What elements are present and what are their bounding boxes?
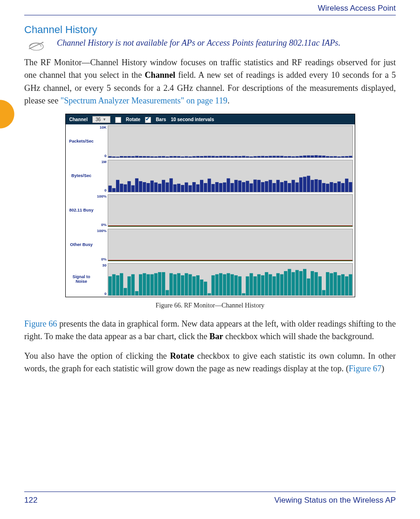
figure-toolbar: Channel 36 ▼ Rotate Bars 10 second inter… — [66, 114, 355, 124]
svg-rect-129 — [349, 182, 352, 192]
svg-rect-108 — [269, 180, 272, 192]
svg-rect-20 — [177, 156, 180, 157]
svg-rect-154 — [200, 280, 203, 295]
channel-label: Channel — [69, 117, 88, 122]
svg-rect-8 — [131, 156, 134, 157]
svg-rect-71 — [127, 181, 131, 192]
svg-rect-150 — [185, 273, 188, 296]
axis-top: 30 — [103, 263, 107, 267]
cross-ref-fig66[interactable]: Figure 66 — [24, 319, 57, 328]
metric-label: Packets/Sec — [66, 124, 97, 159]
intro-paragraph: The RF Monitor—Channel History window fo… — [24, 56, 396, 107]
svg-rect-40 — [253, 156, 256, 157]
svg-rect-87 — [188, 185, 192, 192]
svg-rect-174 — [276, 273, 279, 296]
channel-select[interactable]: 36 ▼ — [92, 116, 110, 123]
chart-snr — [108, 263, 353, 296]
svg-rect-33 — [227, 156, 230, 157]
svg-rect-81 — [165, 183, 169, 192]
svg-rect-117 — [303, 177, 306, 192]
svg-point-1 — [42, 42, 43, 43]
svg-rect-183 — [310, 271, 314, 295]
svg-rect-124 — [330, 182, 333, 192]
svg-rect-86 — [185, 183, 188, 192]
svg-rect-187 — [326, 272, 329, 295]
metric-label: Bytes/Sec — [66, 159, 97, 193]
svg-rect-97 — [227, 178, 230, 192]
svg-rect-130 — [108, 276, 111, 295]
svg-rect-19 — [173, 156, 176, 157]
chart-row-80211: 802.11 Busy 100% 0% — [66, 193, 355, 228]
svg-rect-45 — [272, 156, 275, 158]
svg-rect-114 — [291, 180, 295, 192]
svg-rect-139 — [143, 273, 146, 296]
page-tab-decoration — [0, 98, 17, 130]
svg-rect-48 — [284, 157, 287, 158]
axis-bot: 0% — [101, 223, 107, 227]
svg-rect-138 — [139, 274, 142, 295]
chart-other — [108, 229, 353, 261]
svg-rect-103 — [249, 184, 253, 192]
svg-rect-63 — [341, 157, 344, 158]
svg-rect-152 — [192, 276, 195, 295]
svg-rect-69 — [120, 184, 123, 192]
axis-top: 100% — [97, 229, 106, 233]
cross-ref-spectrum[interactable]: "Spectrum Analyzer Measurements" on page… — [61, 96, 227, 105]
svg-rect-16 — [162, 156, 165, 157]
svg-rect-35 — [234, 156, 237, 157]
bold-bar: Bar — [209, 332, 223, 341]
svg-rect-162 — [230, 274, 234, 295]
cross-ref-fig67[interactable]: Figure 67 — [349, 364, 381, 373]
svg-rect-180 — [299, 271, 302, 295]
svg-rect-56 — [314, 155, 317, 157]
svg-rect-29 — [211, 156, 214, 157]
svg-rect-58 — [322, 156, 325, 157]
bars-checkbox[interactable] — [145, 117, 151, 123]
bold-rotate: Rotate — [170, 351, 194, 361]
rotate-checkbox[interactable] — [115, 117, 121, 123]
svg-rect-85 — [181, 185, 184, 192]
svg-rect-151 — [188, 274, 192, 295]
svg-rect-177 — [288, 269, 291, 296]
svg-rect-39 — [249, 157, 253, 157]
svg-rect-90 — [200, 180, 203, 192]
svg-rect-98 — [230, 183, 234, 192]
svg-rect-67 — [112, 188, 115, 192]
svg-rect-128 — [345, 179, 348, 192]
svg-rect-153 — [196, 275, 199, 295]
chart-row-packets: Packets/Sec 10K 0 — [66, 124, 355, 159]
svg-rect-191 — [341, 274, 344, 295]
svg-rect-190 — [337, 275, 340, 295]
svg-rect-179 — [295, 270, 298, 295]
bars-label: Bars — [156, 117, 166, 122]
svg-rect-143 — [158, 272, 161, 295]
svg-rect-95 — [219, 183, 222, 192]
svg-rect-18 — [169, 156, 172, 157]
product-name: Wireless Access Point — [318, 4, 396, 13]
svg-rect-73 — [135, 178, 138, 192]
svg-rect-164 — [238, 276, 241, 295]
svg-rect-110 — [276, 180, 279, 192]
figure-caption: Figure 66. RF Monitor—Channel History — [24, 302, 396, 309]
svg-rect-83 — [173, 184, 176, 192]
note-icon — [24, 37, 48, 52]
y-axis: 1M 0 — [97, 159, 108, 193]
svg-rect-149 — [181, 275, 184, 295]
svg-rect-100 — [238, 181, 241, 192]
svg-rect-15 — [158, 156, 161, 157]
svg-rect-64 — [345, 156, 348, 157]
chart-bytes — [108, 160, 353, 192]
y-axis: 100% 0% — [97, 228, 108, 262]
svg-rect-169 — [257, 274, 260, 295]
svg-rect-159 — [219, 273, 222, 296]
svg-rect-50 — [291, 157, 295, 157]
svg-rect-27 — [204, 156, 207, 157]
svg-rect-118 — [307, 176, 310, 192]
svg-rect-65 — [349, 156, 352, 157]
svg-rect-119 — [310, 180, 314, 192]
svg-rect-9 — [135, 156, 138, 157]
svg-rect-11 — [143, 156, 146, 157]
svg-rect-37 — [242, 156, 245, 157]
axis-bot: 0 — [104, 188, 106, 192]
note-text: Channel History is not available for APs… — [57, 37, 396, 52]
